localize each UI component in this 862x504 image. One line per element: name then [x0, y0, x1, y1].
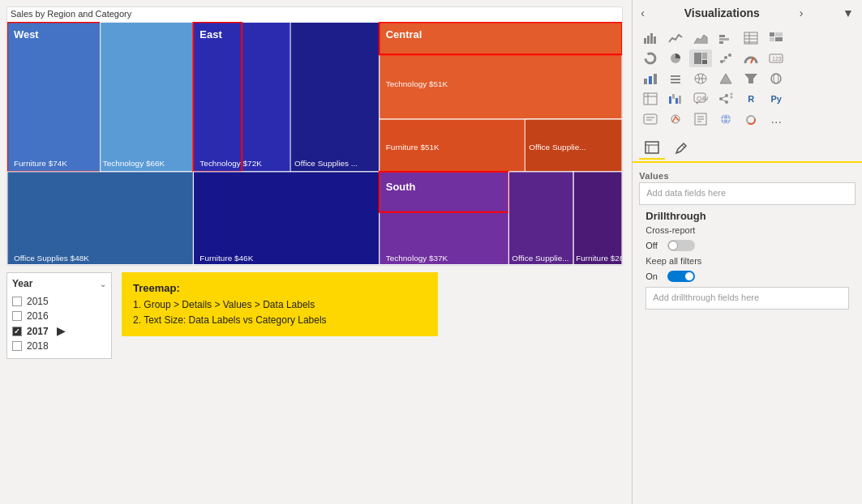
svg-point-55	[728, 53, 731, 57]
svg-rect-14	[193, 172, 379, 265]
cross-report-off-label: Off	[645, 241, 657, 250]
keep-filters-row: Keep all filters	[645, 256, 849, 266]
svg-rect-35	[654, 36, 656, 44]
svg-rect-28	[508, 172, 573, 265]
year-slicer: Year ⌄ 2015 2016 ✓ 2017 ▶ 2018	[6, 272, 112, 359]
slicer-item-2016[interactable]: 2016	[12, 309, 106, 323]
checkbox-2016[interactable]	[12, 311, 22, 321]
svg-rect-46	[770, 37, 774, 41]
viz-row-1	[639, 29, 856, 47]
svg-text:Technology $37K: Technology $37K	[386, 254, 448, 263]
svg-point-54	[724, 56, 727, 59]
slicer-label-2018: 2018	[27, 340, 49, 352]
viz-icon-treemap[interactable]	[689, 49, 712, 67]
viz-icon-more[interactable]: …	[765, 110, 787, 128]
viz-icon-scatter[interactable]	[714, 49, 737, 67]
viz-icon-smart-narrative[interactable]	[639, 110, 662, 128]
svg-text:Office Supplies $48K: Office Supplies $48K	[14, 254, 89, 263]
viz-icon-globe2[interactable]	[714, 110, 737, 128]
svg-rect-60	[644, 79, 647, 84]
slicer-header: Year ⌄	[12, 278, 106, 289]
viz-icon-table2[interactable]	[639, 90, 662, 108]
viz-icon-py[interactable]: Py	[765, 90, 787, 108]
checkbox-2017[interactable]: ✓	[12, 327, 22, 336]
viz-icon-donut[interactable]	[639, 49, 662, 67]
viz-icon-filled-map[interactable]	[714, 70, 737, 88]
viz-bottom-bar	[633, 134, 862, 163]
viz-icon-qa[interactable]: Q&A	[689, 90, 712, 108]
viz-icon-paginated[interactable]	[689, 110, 712, 128]
svg-text:Furniture $51K: Furniture $51K	[386, 143, 440, 152]
slicer-chevron-icon[interactable]: ⌄	[100, 280, 106, 288]
treemap-chart[interactable]: West Furniture $74K Technology $66K Offi…	[7, 22, 622, 265]
viz-icon-card[interactable]: 123	[765, 49, 787, 67]
viz-icon-pie[interactable]	[664, 49, 687, 67]
viz-icon-funnel[interactable]	[740, 70, 762, 88]
svg-rect-12	[290, 22, 380, 172]
svg-line-105	[682, 145, 684, 147]
viz-icon-kpi[interactable]	[639, 70, 662, 88]
viz-icon-circle-gauge[interactable]	[740, 110, 762, 128]
svg-rect-78	[679, 96, 681, 104]
viz-row-4: Q&A R Py	[639, 90, 856, 108]
viz-icon-globe[interactable]	[765, 70, 787, 88]
svg-rect-30	[573, 172, 622, 265]
svg-text:Furniture $46K: Furniture $46K	[199, 254, 253, 263]
svg-rect-45	[775, 32, 783, 36]
viz-row-5: …	[639, 110, 856, 128]
viz-body: Values Add data fields here Drillthrough…	[633, 163, 862, 504]
fields-icon[interactable]	[639, 137, 665, 160]
cursor-icon: ▶	[57, 325, 65, 337]
svg-rect-62	[654, 74, 657, 84]
slicer-item-2015[interactable]: 2015	[12, 294, 106, 309]
values-label: Values	[639, 171, 856, 181]
viz-icon-slicer[interactable]	[664, 70, 687, 88]
panel-header: ‹ Visualizations › ▼	[633, 0, 862, 26]
svg-marker-69	[744, 74, 757, 83]
back-arrow-icon[interactable]: ‹	[641, 6, 645, 19]
panel-title: Visualizations	[684, 6, 760, 19]
svg-text:Office Supplie...: Office Supplie...	[512, 254, 568, 263]
slicer-label-2016: 2016	[27, 310, 49, 322]
viz-icon-gauge[interactable]	[740, 49, 762, 67]
checkbox-2015[interactable]	[12, 297, 22, 306]
viz-icon-area[interactable]	[689, 29, 712, 47]
drillthrough-section: Drillthrough Cross-report Off Keep all f…	[639, 210, 856, 310]
slicer-item-2018[interactable]: 2018	[12, 339, 106, 353]
slicer-label-2017: 2017	[27, 326, 49, 337]
svg-rect-52	[702, 60, 707, 64]
viz-icon-map[interactable]	[689, 70, 712, 88]
viz-content: Values Add data fields here Drillthrough…	[633, 163, 862, 504]
checkbox-2018[interactable]	[12, 341, 22, 351]
expand-icon[interactable]: ▼	[843, 6, 854, 19]
svg-rect-38	[719, 41, 723, 44]
viz-icon-waterfall[interactable]	[664, 90, 687, 108]
svg-point-56	[723, 60, 726, 62]
svg-marker-68	[720, 74, 731, 83]
slicer-item-2017[interactable]: ✓ 2017 ▶	[12, 323, 106, 339]
viz-icon-clustered-bar[interactable]	[714, 29, 737, 47]
viz-row-2: 123	[639, 49, 856, 67]
forward-arrow-icon[interactable]: ›	[800, 6, 804, 19]
viz-icon-line[interactable]	[664, 29, 687, 47]
svg-point-70	[771, 74, 781, 83]
viz-icon-matrix[interactable]	[765, 29, 787, 47]
viz-icon-bar[interactable]	[639, 29, 662, 47]
viz-icon-metric[interactable]	[664, 110, 687, 128]
svg-text:Central: Central	[386, 28, 422, 41]
svg-rect-51	[702, 53, 707, 59]
viz-icon-decomp-tree[interactable]	[714, 90, 737, 108]
infobox-line1: 1. Group > Details > Values > Data Label…	[133, 299, 315, 310]
svg-rect-89	[644, 114, 657, 124]
cross-report-toggle[interactable]	[667, 240, 695, 251]
svg-text:Q&A: Q&A	[697, 95, 708, 102]
add-values-box[interactable]: Add data fields here	[639, 182, 856, 205]
viz-icon-table[interactable]	[740, 29, 762, 47]
keep-filters-toggle[interactable]	[667, 271, 695, 282]
svg-rect-102	[645, 142, 658, 153]
viz-icon-R[interactable]: R	[740, 90, 762, 108]
svg-rect-72	[644, 93, 657, 105]
format-icon[interactable]	[668, 137, 694, 160]
svg-rect-37	[719, 38, 729, 41]
add-drillthrough-box[interactable]: Add drillthrough fields here	[645, 287, 849, 310]
